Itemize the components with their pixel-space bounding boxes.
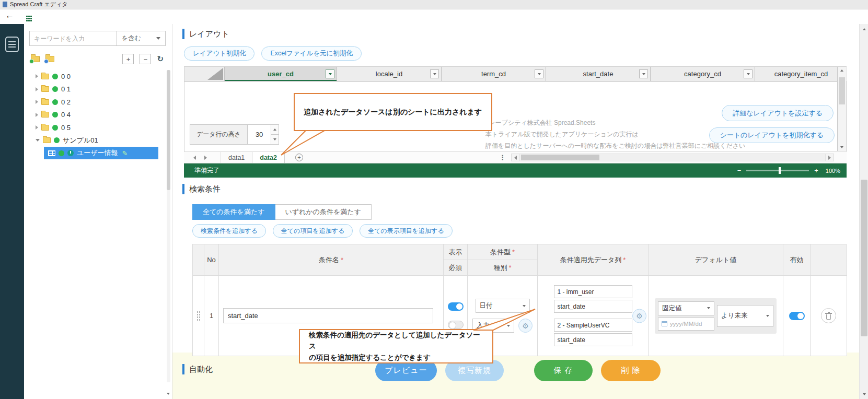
add-condition-button[interactable]: 検索条件を追加する	[192, 224, 266, 238]
column-filter-icon[interactable]	[744, 69, 753, 78]
column-filter-icon[interactable]	[639, 69, 648, 78]
detail-layout-button[interactable]: 詳細なレイアウトを設定する	[722, 105, 834, 121]
h-scroll-track[interactable]	[519, 154, 826, 161]
default-type-select[interactable]: 固定値	[658, 301, 714, 315]
column-filter-icon[interactable]	[326, 69, 334, 78]
target-datasource-input-2[interactable]	[554, 319, 632, 332]
column-header-user-cd[interactable]: user_cd	[225, 67, 337, 81]
target-datasource-input-1[interactable]	[554, 285, 632, 298]
scroll-right-icon[interactable]	[826, 154, 834, 161]
column-header-locale-id[interactable]: locale_id	[337, 67, 442, 81]
zoom-slider-thumb[interactable]	[779, 167, 781, 174]
target-column-input-1[interactable]	[554, 300, 632, 313]
tree-scroll-down-icon[interactable]	[167, 393, 170, 395]
expand-all-button[interactable]: +	[122, 54, 134, 64]
expander-icon[interactable]	[36, 87, 38, 91]
column-header-category-cd[interactable]: category_cd	[651, 67, 755, 81]
zoom-in-icon[interactable]: +	[814, 167, 818, 174]
enabled-toggle[interactable]	[789, 312, 805, 320]
tree-item[interactable]: 0 1	[24, 83, 166, 96]
condition-name-input[interactable]	[223, 308, 433, 323]
match-mode-select[interactable]: を含む	[117, 31, 166, 46]
sheet-v-scrollbar-thumb[interactable]	[839, 77, 845, 104]
status-dot-icon	[52, 112, 58, 118]
expander-icon[interactable]	[36, 74, 38, 78]
page-scrollbar[interactable]	[859, 24, 868, 399]
default-compare-select[interactable]: より未来	[717, 305, 773, 327]
required-toggle[interactable]	[448, 321, 464, 329]
zoom-slider[interactable]	[746, 170, 809, 171]
save-button[interactable]: 保 存	[534, 360, 593, 381]
h-scroll-thumb[interactable]	[521, 155, 599, 160]
trash-icon	[826, 314, 831, 320]
status-text: 準備完了	[194, 166, 219, 175]
delete-button[interactable]: 削 除	[601, 360, 661, 381]
column-header-term-cd[interactable]: term_cd	[442, 67, 546, 81]
row-actions-cell	[811, 276, 847, 356]
column-header-category-item-cd[interactable]: category_item_cd	[755, 67, 847, 81]
menu-icon[interactable]	[5, 37, 19, 52]
default-date-input[interactable]: yyyy/MM/dd	[658, 318, 714, 331]
expander-icon[interactable]	[36, 100, 38, 104]
scroll-left-icon[interactable]	[512, 154, 519, 161]
tree-item[interactable]: 0 4	[24, 109, 166, 122]
folder-action-icon[interactable]	[45, 56, 54, 62]
kebab-icon[interactable]: ⋮	[500, 154, 506, 161]
scroll-up-icon[interactable]	[860, 25, 868, 33]
add-all-items-button[interactable]: 全ての項目を追加する	[273, 224, 353, 238]
init-layout-button[interactable]: レイアウト初期化	[184, 46, 254, 61]
tree-item[interactable]: 0 2	[24, 96, 166, 109]
back-icon[interactable]: ←	[5, 10, 14, 21]
target-settings-gear-icon[interactable]: ⚙	[632, 309, 646, 323]
header-actions	[811, 244, 847, 276]
tree-scrollbar-thumb[interactable]	[167, 70, 170, 190]
row-drag-cell[interactable]	[193, 276, 204, 356]
selected-tree-item[interactable]: ユーザー情報 ✎	[44, 147, 158, 159]
zoom-out-icon[interactable]: −	[737, 167, 742, 174]
annotation-pointer	[470, 306, 538, 331]
expander-icon[interactable]	[36, 113, 38, 117]
column-label: user_cd	[268, 70, 294, 78]
tabs-prev-icon[interactable]	[193, 156, 196, 160]
drag-handle-icon[interactable]	[196, 311, 201, 321]
expander-open-icon[interactable]	[36, 139, 40, 142]
match-any-button[interactable]: いずれかの条件を満たす	[275, 204, 372, 220]
init-from-excel-button[interactable]: Excelファイルを元に初期化	[261, 46, 361, 61]
scroll-up-icon[interactable]	[840, 69, 843, 72]
tree-item[interactable]: 0 0	[24, 70, 166, 83]
sheet-h-scrollbar[interactable]	[511, 154, 834, 161]
select-all-corner[interactable]	[184, 67, 225, 81]
power-icon	[67, 150, 74, 156]
tree-item-user-info[interactable]: ユーザー情報 ✎	[24, 147, 166, 160]
sheet-v-scrollbar[interactable]	[837, 67, 846, 151]
keyword-search-input[interactable]	[29, 31, 117, 46]
tree-item[interactable]: 0 5	[24, 121, 166, 134]
init-sheet-layout-button[interactable]: シートのレイアウトを初期化する	[709, 127, 835, 143]
target-column-input-2[interactable]	[554, 333, 632, 346]
row-height-input[interactable]: 30	[248, 124, 271, 145]
chevron-down-icon	[156, 37, 160, 40]
match-all-button[interactable]: 全ての条件を満たす	[192, 204, 275, 220]
scroll-down-icon[interactable]	[840, 146, 843, 148]
column-header-start-date[interactable]: start_date	[546, 67, 651, 81]
tree-item-sample01[interactable]: サンプル01	[24, 134, 166, 147]
column-filter-icon[interactable]	[535, 69, 543, 78]
header-default-value: デフォルト値	[649, 244, 783, 276]
add-all-display-items-button[interactable]: 全ての表示項目を追加する	[360, 224, 452, 238]
conditions-table-header: No 条件名* 表示 必須 条件型* 種別* 条件適用先データ列* デフォルト値…	[192, 244, 847, 276]
column-filter-icon[interactable]	[430, 69, 439, 78]
column-label: term_cd	[481, 70, 506, 78]
delete-row-button[interactable]	[821, 308, 836, 323]
collapse-all-button[interactable]: −	[140, 54, 151, 64]
tree-scrollbar[interactable]	[167, 70, 170, 382]
add-folder-icon[interactable]	[31, 56, 40, 62]
tab-data1[interactable]: data1	[221, 152, 252, 163]
tabs-next-icon[interactable]	[204, 156, 207, 160]
refresh-icon[interactable]: ↻	[157, 54, 164, 64]
datasource-tree: 0 0 0 1 0 2 0 4	[24, 70, 166, 160]
app-window: Spread Craft エディタ ← を含む + − ↻	[0, 0, 868, 399]
page-scrollbar-thumb[interactable]	[861, 180, 867, 336]
display-toggle[interactable]	[448, 302, 464, 311]
scroll-down-icon[interactable]	[860, 390, 868, 398]
expander-icon[interactable]	[36, 125, 38, 130]
